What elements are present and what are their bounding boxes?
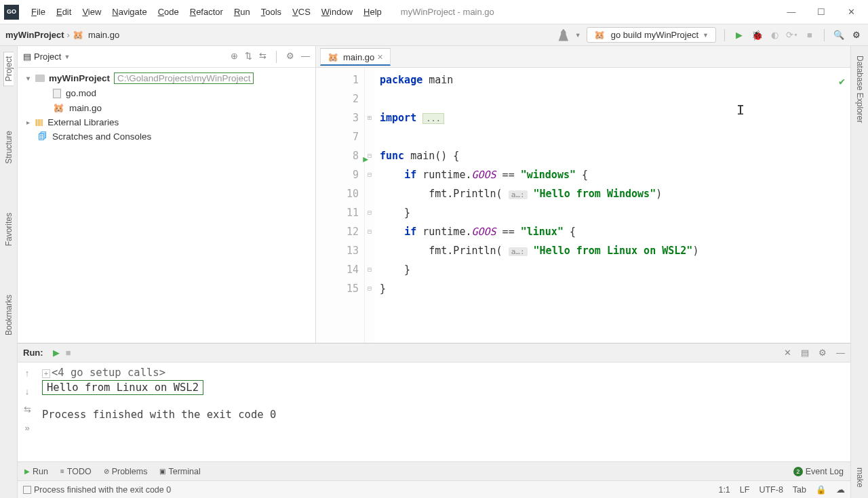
stop-button[interactable]: ■ bbox=[804, 29, 816, 41]
tree-scratches[interactable]: 🗐Scratches and Consoles bbox=[18, 129, 315, 144]
lock-icon[interactable]: 🔒 bbox=[816, 484, 827, 495]
dropdown-icon: ▼ bbox=[703, 32, 709, 39]
wrap-icon[interactable]: ⇆ bbox=[24, 404, 31, 415]
collapse-icon[interactable]: ⇆ bbox=[259, 51, 267, 63]
console-output[interactable]: +<4 go setup calls> Hello from Linux on … bbox=[37, 362, 850, 461]
menu-view[interactable]: View bbox=[77, 7, 106, 17]
tab-todo[interactable]: ≡TODO bbox=[60, 467, 92, 476]
menu-refactor[interactable]: Refactor bbox=[184, 7, 229, 17]
rail-tab-make[interactable]: make bbox=[855, 463, 865, 491]
settings-icon[interactable]: ⚙ bbox=[850, 29, 863, 41]
more-icon[interactable]: » bbox=[24, 423, 29, 433]
close-run-icon[interactable]: ✕ bbox=[784, 348, 791, 358]
menu-edit[interactable]: Edit bbox=[51, 7, 77, 17]
minimize-button[interactable]: — bbox=[787, 7, 796, 17]
gopher-icon: 🐹 bbox=[328, 52, 338, 62]
tab-close-icon[interactable]: ✕ bbox=[377, 53, 383, 62]
bottom-tool-tabs: ▶Run ≡TODO ⊘Problems ▣Terminal 2Event Lo… bbox=[18, 461, 850, 480]
run-side-toolbar: ↑ ↓ ⇆ » bbox=[18, 362, 37, 461]
fold-toggle-icon[interactable]: + bbox=[42, 369, 50, 378]
project-view-selector[interactable]: ▤ Project ▼ bbox=[23, 51, 70, 62]
breadcrumb[interactable]: myWinProject › 🐹main.go bbox=[5, 30, 119, 40]
tree-external-libs[interactable]: ▸||||External Libraries bbox=[18, 115, 315, 129]
rail-tab-structure[interactable]: Structure bbox=[4, 127, 14, 168]
profile-button[interactable]: ⟳▼ bbox=[786, 29, 798, 41]
maximize-button[interactable]: ☐ bbox=[816, 7, 826, 17]
right-tool-rail: Database Explorer make bbox=[850, 46, 868, 498]
run-panel-title: Run: bbox=[23, 348, 43, 358]
indent-mode[interactable]: Tab bbox=[793, 485, 806, 495]
menubar: GO FileEditViewNavigateCodeRefactorRunTo… bbox=[0, 0, 868, 24]
run-tool-window: Run: ▶ ■ ✕ ▤ ⚙ — ↑ ↓ ⇆ » +<4 go set bbox=[18, 343, 850, 461]
stop-run-button[interactable]: ■ bbox=[62, 347, 75, 359]
caret-position[interactable]: 1:1 bbox=[718, 485, 730, 495]
layout-icon[interactable]: ▤ bbox=[801, 348, 809, 358]
coverage-button[interactable]: ◐ bbox=[768, 29, 781, 41]
tree-root[interactable]: ▾ myWinProject C:\GolandProjects\myWinPr… bbox=[18, 70, 315, 86]
gopher-icon: 🐹 bbox=[594, 30, 605, 40]
run-config-label: go build myWinProject bbox=[611, 30, 698, 40]
source[interactable]: package main import ... func main() { if… bbox=[374, 68, 850, 343]
menu-run[interactable]: Run bbox=[229, 7, 256, 17]
menu-window[interactable]: Window bbox=[316, 7, 358, 17]
menu-code[interactable]: Code bbox=[153, 7, 184, 17]
hide-run-icon[interactable]: — bbox=[836, 348, 845, 358]
memory-icon[interactable]: ☁ bbox=[836, 484, 845, 495]
editor-tab-main-go[interactable]: 🐹 main.go ✕ bbox=[320, 48, 391, 66]
rail-tab-project[interactable]: Project bbox=[3, 51, 14, 86]
rerun-button[interactable]: ▶ bbox=[50, 347, 62, 359]
status-message: Process finished with the exit code 0 bbox=[34, 485, 171, 495]
tab-problems[interactable]: ⊘Problems bbox=[104, 467, 148, 476]
rail-tab-favorites[interactable]: Favorites bbox=[4, 209, 14, 250]
scratches-icon: 🗐 bbox=[38, 131, 47, 142]
menu-navigate[interactable]: Navigate bbox=[106, 7, 152, 17]
window-title: myWinProject - main.go bbox=[401, 7, 787, 17]
encoding[interactable]: UTF-8 bbox=[759, 485, 783, 495]
hide-pane-icon[interactable]: — bbox=[301, 51, 310, 63]
text-cursor: 𝙸 bbox=[736, 100, 745, 119]
param-hint: a…: bbox=[509, 247, 528, 256]
menu-file[interactable]: File bbox=[26, 7, 51, 17]
run-button[interactable]: ▶ bbox=[733, 29, 745, 41]
highlighted-output: Hello from Linux on WSL2 bbox=[42, 380, 203, 395]
run-settings-icon[interactable]: ⚙ bbox=[818, 348, 827, 358]
menu-tools[interactable]: Tools bbox=[256, 7, 287, 17]
tab-event-log[interactable]: 2Event Log bbox=[793, 467, 844, 476]
app-logo: GO bbox=[4, 5, 19, 20]
fold-column[interactable]: ⊞⊟⊟⊟⊟⊟⊟ bbox=[365, 68, 374, 343]
expand-icon[interactable]: ⇅ bbox=[245, 51, 252, 63]
up-icon[interactable]: ↑ bbox=[25, 368, 30, 378]
inspection-pass-icon[interactable]: ✔ bbox=[839, 72, 845, 91]
tree-file-main-go[interactable]: 🐹main.go bbox=[18, 100, 315, 115]
rail-tab-bookmarks[interactable]: Bookmarks bbox=[4, 291, 14, 339]
menu-vcs[interactable]: VCS bbox=[287, 7, 316, 17]
project-root-path: C:\GolandProjects\myWinProject bbox=[114, 72, 254, 84]
search-icon[interactable]: 🔍 bbox=[833, 29, 845, 41]
menu-help[interactable]: Help bbox=[358, 7, 387, 17]
rail-tab-database[interactable]: Database Explorer bbox=[855, 51, 865, 127]
debug-button[interactable]: 🐞 bbox=[751, 29, 763, 41]
library-icon: |||| bbox=[35, 119, 43, 126]
gutter[interactable]: 12378▶9101112131415 bbox=[316, 68, 365, 343]
tab-terminal[interactable]: ▣Terminal bbox=[159, 467, 200, 476]
breadcrumb-project[interactable]: myWinProject bbox=[5, 30, 64, 40]
gopher-icon: 🐹 bbox=[73, 30, 83, 40]
down-icon[interactable]: ↓ bbox=[25, 386, 30, 396]
tool-windows-toggle[interactable] bbox=[23, 486, 31, 494]
gutter-run-icon[interactable]: ▶ bbox=[363, 150, 368, 169]
status-bar: Process finished with the exit code 0 1:… bbox=[18, 480, 850, 498]
left-tool-rail: Project Structure Favorites Bookmarks bbox=[0, 46, 18, 498]
run-config-combo[interactable]: 🐹 go build myWinProject ▼ bbox=[587, 27, 716, 43]
pane-settings-icon[interactable]: ⚙ bbox=[286, 51, 294, 63]
line-ending[interactable]: LF bbox=[740, 485, 750, 495]
tab-run[interactable]: ▶Run bbox=[24, 467, 48, 476]
tree-file-go-mod[interactable]: go.mod bbox=[18, 86, 315, 100]
gopher-icon: 🐹 bbox=[53, 102, 64, 113]
file-icon bbox=[53, 89, 61, 98]
breadcrumb-file[interactable]: main.go bbox=[88, 30, 119, 40]
user-icon[interactable] bbox=[557, 29, 570, 41]
close-button[interactable]: ✕ bbox=[846, 7, 856, 17]
locate-icon[interactable]: ⊕ bbox=[231, 51, 238, 63]
param-hint: a…: bbox=[509, 190, 528, 199]
navigation-bar: myWinProject › 🐹main.go ▼ 🐹 go build myW… bbox=[0, 24, 868, 46]
